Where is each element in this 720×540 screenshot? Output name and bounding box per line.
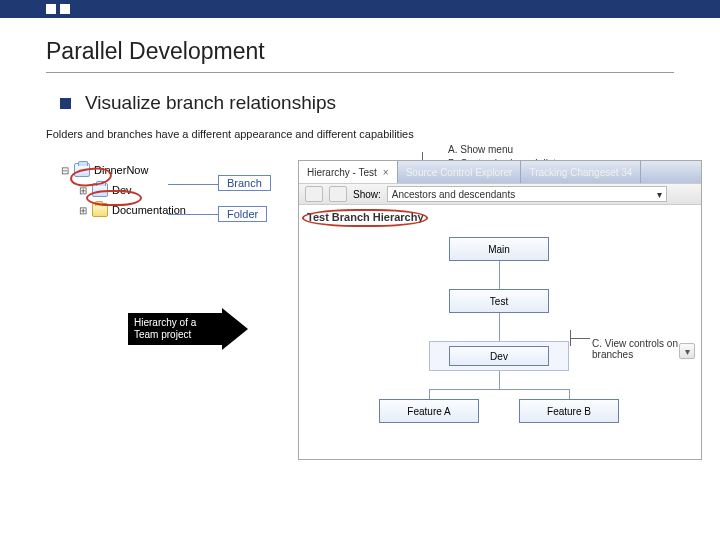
node-test[interactable]: Test (449, 289, 549, 313)
connector (569, 389, 570, 399)
highlight-oval (302, 209, 428, 227)
branch-diagram: Main Test Dev Feature A Feature B (299, 229, 701, 439)
slide-title: Parallel Development (46, 38, 265, 65)
tab-source-control[interactable]: Source Control Explorer (398, 161, 522, 183)
tree-folder-row: ⊞ Documentation (60, 200, 230, 220)
expand-glyph: ⊟ (60, 165, 70, 176)
connector (499, 313, 500, 341)
node-feature-b[interactable]: Feature B (519, 399, 619, 423)
annotation-leader (570, 338, 590, 339)
highlight-oval (86, 190, 142, 206)
accent-square (60, 4, 70, 14)
arrow-head-icon (222, 308, 248, 350)
expand-glyph: ⊞ (78, 205, 88, 216)
leader-line (168, 184, 218, 185)
node-main[interactable]: Main (449, 237, 549, 261)
connector (429, 389, 569, 390)
tab-label: Source Control Explorer (406, 167, 513, 178)
show-label: Show: (353, 189, 381, 200)
connector (499, 261, 500, 289)
hierarchy-window: Hierarchy - Test × Source Control Explor… (298, 160, 702, 460)
node-feature-a[interactable]: Feature A (379, 399, 479, 423)
tab-label: Tracking Changeset 34 (529, 167, 632, 178)
connector (429, 389, 430, 399)
close-icon[interactable]: × (383, 167, 389, 178)
tab-label: Hierarchy - Test (307, 167, 377, 178)
combo-value: Ancestors and descendants (392, 189, 515, 200)
show-dropdown[interactable]: Ancestors and descendants ▾ (387, 186, 667, 202)
body-subtext: Folders and branches have a different ap… (46, 128, 414, 140)
tab-tracking[interactable]: Tracking Changeset 34 (521, 161, 641, 183)
accent-square (46, 4, 56, 14)
node-dev-inner: Dev (449, 346, 549, 366)
callout-folder: Folder (218, 206, 267, 222)
toolbar: Show: Ancestors and descendants ▾ (299, 183, 701, 205)
annotation-a: A. Show menu (448, 144, 513, 155)
leader-line (168, 214, 218, 215)
bullet-marker (60, 98, 71, 109)
black-arrow-callout: Hierarchy of a Team project (128, 308, 256, 350)
toolbar-button[interactable] (305, 186, 323, 202)
title-rule (46, 72, 674, 73)
callout-branch: Branch (218, 175, 271, 191)
node-dev-selected[interactable]: Dev (429, 341, 569, 371)
annotation-leader (570, 330, 571, 346)
bullet-item: Visualize branch relationships (60, 92, 336, 114)
annotation-c: C. View controls on branches (592, 338, 712, 360)
slide-accent-bar (0, 0, 720, 18)
tab-bar: Hierarchy - Test × Source Control Explor… (299, 161, 701, 183)
connector (499, 371, 500, 389)
chevron-down-icon: ▾ (657, 189, 662, 200)
bullet-text: Visualize branch relationships (85, 92, 336, 114)
tab-hierarchy[interactable]: Hierarchy - Test × (299, 161, 398, 183)
toolbar-button[interactable] (329, 186, 347, 202)
arrow-label: Hierarchy of a Team project (128, 313, 222, 345)
